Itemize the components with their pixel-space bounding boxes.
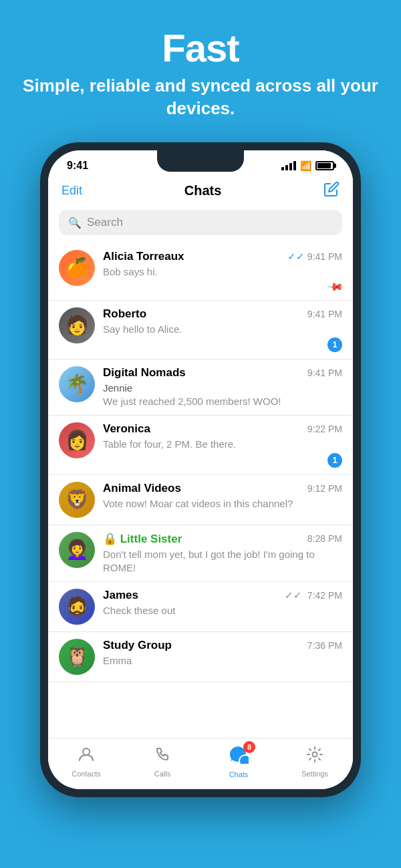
list-item[interactable]: 🧑 Roberto 9:41 PM Say hello to Alice. 1	[48, 301, 353, 359]
hero-subtitle: Simple, reliable and synced across all y…	[20, 75, 381, 120]
phone-notch	[157, 150, 244, 172]
avatar: 🌴	[59, 366, 95, 402]
search-bar[interactable]: 🔍 Search	[59, 210, 342, 235]
chat-preview: Check these out	[103, 604, 342, 617]
person-icon	[78, 746, 95, 767]
wifi-icon: 📶	[300, 160, 311, 171]
chat-time: 9:41 PM	[307, 368, 342, 378]
status-icons: 📶	[281, 160, 334, 171]
chat-list: 🍊 Alicia Torreaux ✓✓9:41 PM Bob says hi.…	[48, 243, 353, 738]
nav-label-calls: Calls	[154, 770, 170, 778]
chat-preview: Table for four, 2 PM. Be there.	[103, 438, 342, 451]
bottom-nav: Contacts Calls	[48, 738, 353, 789]
phone-wrapper: 9:41 📶 Edit Chats	[0, 136, 401, 797]
list-item[interactable]: 🌴 Digital Nomads 9:41 PM JennieWe just r…	[48, 359, 353, 416]
chat-name: Veronica	[103, 422, 150, 436]
chat-name: Animal Videos	[103, 482, 181, 495]
hero-section: Fast Simple, reliable and synced across …	[0, 0, 401, 136]
list-item[interactable]: 🦉 Study Group 7:36 PM Emma	[48, 632, 353, 682]
nav-item-chats[interactable]: 8 Chats	[200, 745, 277, 778]
chat-time: 8:28 PM	[307, 533, 342, 544]
chat-time: 9:41 PM	[307, 309, 342, 319]
chat-bubble-icon: 8	[229, 745, 249, 768]
hero-title: Fast	[20, 27, 381, 69]
nav-item-contacts[interactable]: Contacts	[48, 746, 124, 778]
double-check-icon: ✓✓	[285, 589, 302, 601]
nav-item-calls[interactable]: Calls	[124, 746, 200, 778]
chat-name: Roberto	[103, 307, 146, 321]
pin-icon: 📌	[326, 277, 345, 296]
svg-point-0	[83, 748, 90, 755]
list-item[interactable]: 🧔 James ✓✓ 7:42 PM Check these out	[48, 582, 353, 632]
chat-time: 7:36 PM	[307, 640, 342, 651]
search-container: 🔍 Search	[48, 207, 353, 243]
phone-screen: 9:41 📶 Edit Chats	[48, 150, 353, 789]
chat-preview: Don't tell mom yet, but I got the job! I…	[103, 548, 342, 575]
avatar: 🦁	[59, 482, 95, 518]
unread-badge: 1	[327, 337, 342, 352]
chat-name: Digital Nomads	[103, 366, 186, 380]
avatar: 🧔	[59, 589, 95, 625]
chat-preview: Vote now! Moar cat videos in this channe…	[103, 497, 342, 511]
unread-badge: 1	[327, 453, 342, 468]
nav-item-settings[interactable]: Settings	[277, 746, 353, 778]
list-item[interactable]: 🍊 Alicia Torreaux ✓✓9:41 PM Bob says hi.…	[48, 243, 353, 300]
chat-name: James	[103, 589, 138, 602]
list-item[interactable]: 👩‍🦱 🔒 Little Sister 8:28 PM Don't tell m…	[48, 525, 353, 583]
avatar: 👩‍🦱	[59, 532, 95, 568]
chat-preview: Emma	[103, 654, 342, 668]
chat-preview: JennieWe just reached 2,500 members! WOO…	[103, 382, 342, 409]
phone-frame: 9:41 📶 Edit Chats	[40, 142, 361, 797]
chat-time: 9:12 PM	[307, 483, 342, 494]
chat-time: ✓✓9:41 PM	[287, 251, 342, 263]
search-placeholder: Search	[87, 216, 123, 229]
chat-time: ✓✓ 7:42 PM	[285, 589, 342, 601]
gear-icon	[306, 746, 323, 767]
status-time: 9:41	[67, 160, 88, 172]
nav-label-settings: Settings	[301, 770, 328, 778]
battery-icon	[315, 161, 334, 170]
phone-icon	[154, 746, 171, 767]
nav-label-chats: Chats	[229, 770, 249, 778]
avatar: 🧑	[59, 307, 95, 343]
chat-time: 9:22 PM	[307, 424, 342, 434]
chat-name: 🔒 Little Sister	[103, 532, 182, 546]
nav-badge-count: 8	[243, 741, 255, 753]
list-item[interactable]: 👩 Veronica 9:22 PM Table for four, 2 PM.…	[48, 416, 353, 474]
edit-button[interactable]: Edit	[61, 184, 82, 198]
chat-name: Study Group	[103, 639, 172, 652]
avatar: 👩	[59, 422, 95, 458]
chat-name: Alicia Torreaux	[103, 250, 184, 263]
nav-label-contacts: Contacts	[72, 770, 100, 778]
nav-badge: 8	[229, 745, 249, 768]
compose-button[interactable]	[323, 181, 340, 200]
page-title: Chats	[184, 183, 222, 198]
double-check-icon: ✓✓	[287, 251, 305, 262]
chat-preview: Bob says hi.	[103, 265, 342, 279]
chat-preview: Say hello to Alice.	[103, 323, 342, 336]
search-icon: 🔍	[68, 216, 82, 229]
signal-bars-icon	[281, 161, 296, 170]
avatar: 🍊	[59, 250, 95, 286]
app-header: Edit Chats	[48, 177, 353, 207]
list-item[interactable]: 🦁 Animal Videos 9:12 PM Vote now! Moar c…	[48, 475, 353, 525]
avatar: 🦉	[59, 639, 95, 675]
svg-point-1	[313, 752, 317, 757]
